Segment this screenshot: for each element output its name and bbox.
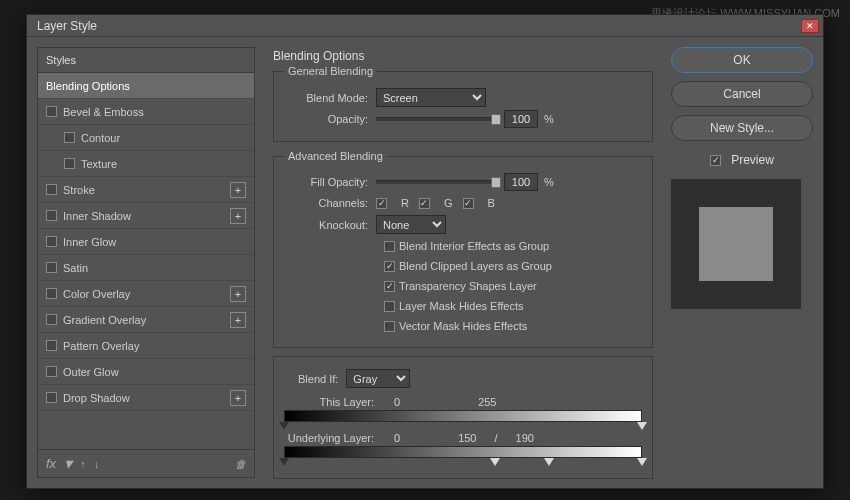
style-row-inner-glow[interactable]: Inner Glow — [38, 229, 254, 255]
titlebar[interactable]: Layer Style ✕ — [27, 15, 823, 37]
style-checkbox[interactable] — [46, 262, 57, 273]
fill-opacity-input[interactable] — [504, 173, 538, 191]
gradient-stop-white[interactable] — [637, 458, 647, 466]
slider-thumb[interactable] — [491, 177, 501, 188]
layer-mask-hides-label: Layer Mask Hides Effects — [399, 300, 524, 312]
slider-thumb[interactable] — [491, 114, 501, 125]
panel-title: Blending Options — [273, 49, 653, 63]
add-effect-button[interactable]: + — [230, 286, 246, 302]
style-checkbox[interactable] — [46, 236, 57, 247]
style-checkbox[interactable] — [46, 106, 57, 117]
preview-checkbox[interactable] — [710, 155, 721, 166]
gradient-stop-split-a[interactable] — [490, 458, 500, 466]
styles-header: Styles — [38, 48, 254, 73]
style-row-outer-glow[interactable]: Outer Glow — [38, 359, 254, 385]
trash-icon[interactable]: 🗑 — [235, 458, 246, 470]
style-checkbox[interactable] — [46, 184, 57, 195]
style-label: Inner Shadow — [63, 210, 131, 222]
style-row-color-overlay[interactable]: Color Overlay+ — [38, 281, 254, 307]
vector-mask-hides-label: Vector Mask Hides Effects — [399, 320, 527, 332]
add-effect-button[interactable]: + — [230, 312, 246, 328]
fx-icon[interactable]: fx — [46, 456, 56, 471]
style-checkbox[interactable] — [46, 288, 57, 299]
this-layer-v1: 0 — [394, 396, 400, 408]
fill-opacity-slider[interactable] — [376, 180, 496, 184]
underlying-v1: 0 — [394, 432, 400, 444]
blendif-label: Blend If: — [298, 373, 338, 385]
channel-r-checkbox[interactable] — [376, 198, 387, 209]
style-checkbox[interactable] — [46, 340, 57, 351]
style-label: Contour — [81, 132, 120, 144]
general-legend: General Blending — [284, 65, 377, 77]
knockout-select[interactable]: None — [376, 215, 446, 234]
style-label: Outer Glow — [63, 366, 119, 378]
style-label: Texture — [81, 158, 117, 170]
down-arrow-icon[interactable]: ↓ — [94, 458, 100, 470]
style-label: Inner Glow — [63, 236, 116, 248]
style-label: Blending Options — [46, 80, 130, 92]
blend-mode-select[interactable]: Screen — [376, 88, 486, 107]
underlying-slash: / — [494, 432, 497, 444]
this-layer-track[interactable] — [284, 410, 642, 422]
ok-button[interactable]: OK — [671, 47, 813, 73]
dialog-title: Layer Style — [31, 19, 801, 33]
advanced-legend: Advanced Blending — [284, 150, 387, 162]
blend-clipped-checkbox[interactable] — [384, 261, 395, 272]
layer-mask-hides-checkbox[interactable] — [384, 301, 395, 312]
general-blending-group: General Blending Blend Mode: Screen Opac… — [273, 65, 653, 142]
style-row-drop-shadow[interactable]: Drop Shadow+ — [38, 385, 254, 411]
fill-opacity-label: Fill Opacity: — [284, 176, 376, 188]
channel-b-checkbox[interactable] — [463, 198, 474, 209]
opacity-input[interactable] — [504, 110, 538, 128]
style-checkbox[interactable] — [46, 366, 57, 377]
styles-panel: Styles Blending OptionsBevel & EmbossCon… — [37, 47, 255, 478]
gradient-stop-white[interactable] — [637, 422, 647, 430]
style-checkbox[interactable] — [46, 314, 57, 325]
style-label: Color Overlay — [63, 288, 130, 300]
underlying-layer-label: Underlying Layer: — [284, 432, 384, 444]
vector-mask-hides-checkbox[interactable] — [384, 321, 395, 332]
channels-label: Channels: — [284, 197, 376, 209]
gradient-stop-black[interactable] — [279, 422, 289, 430]
style-checkbox[interactable] — [46, 392, 57, 403]
gradient-stop-split-b[interactable] — [544, 458, 554, 466]
style-row-contour[interactable]: Contour — [38, 125, 254, 151]
style-label: Bevel & Emboss — [63, 106, 144, 118]
add-effect-button[interactable]: + — [230, 390, 246, 406]
dropdown-icon[interactable]: ▾ — [64, 454, 72, 473]
transparency-shapes-label: Transparency Shapes Layer — [399, 280, 537, 292]
blend-mode-label: Blend Mode: — [284, 92, 376, 104]
underlying-v2: 150 — [458, 432, 476, 444]
style-row-gradient-overlay[interactable]: Gradient Overlay+ — [38, 307, 254, 333]
style-row-texture[interactable]: Texture — [38, 151, 254, 177]
style-checkbox[interactable] — [64, 158, 75, 169]
style-row-satin[interactable]: Satin — [38, 255, 254, 281]
blend-interior-checkbox[interactable] — [384, 241, 395, 252]
style-label: Stroke — [63, 184, 95, 196]
options-panel: Blending Options General Blending Blend … — [265, 47, 661, 478]
close-button[interactable]: ✕ — [801, 19, 819, 33]
right-panel: OK Cancel New Style... Preview — [671, 47, 813, 478]
blendif-select[interactable]: Gray — [346, 369, 410, 388]
new-style-button[interactable]: New Style... — [671, 115, 813, 141]
blend-clipped-label: Blend Clipped Layers as Group — [399, 260, 552, 272]
style-row-blending-options[interactable]: Blending Options — [38, 73, 254, 99]
knockout-label: Knockout: — [284, 219, 376, 231]
opacity-slider[interactable] — [376, 117, 496, 121]
style-row-pattern-overlay[interactable]: Pattern Overlay — [38, 333, 254, 359]
style-row-inner-shadow[interactable]: Inner Shadow+ — [38, 203, 254, 229]
style-checkbox[interactable] — [46, 210, 57, 221]
up-arrow-icon[interactable]: ↑ — [80, 458, 86, 470]
style-row-stroke[interactable]: Stroke+ — [38, 177, 254, 203]
cancel-button[interactable]: Cancel — [671, 81, 813, 107]
underlying-track[interactable] — [284, 446, 642, 458]
add-effect-button[interactable]: + — [230, 182, 246, 198]
channel-g-checkbox[interactable] — [419, 198, 430, 209]
style-checkbox[interactable] — [64, 132, 75, 143]
transparency-shapes-checkbox[interactable] — [384, 281, 395, 292]
add-effect-button[interactable]: + — [230, 208, 246, 224]
underlying-v3: 190 — [516, 432, 534, 444]
opacity-label: Opacity: — [284, 113, 376, 125]
style-row-bevel-emboss[interactable]: Bevel & Emboss — [38, 99, 254, 125]
gradient-stop-black[interactable] — [279, 458, 289, 466]
